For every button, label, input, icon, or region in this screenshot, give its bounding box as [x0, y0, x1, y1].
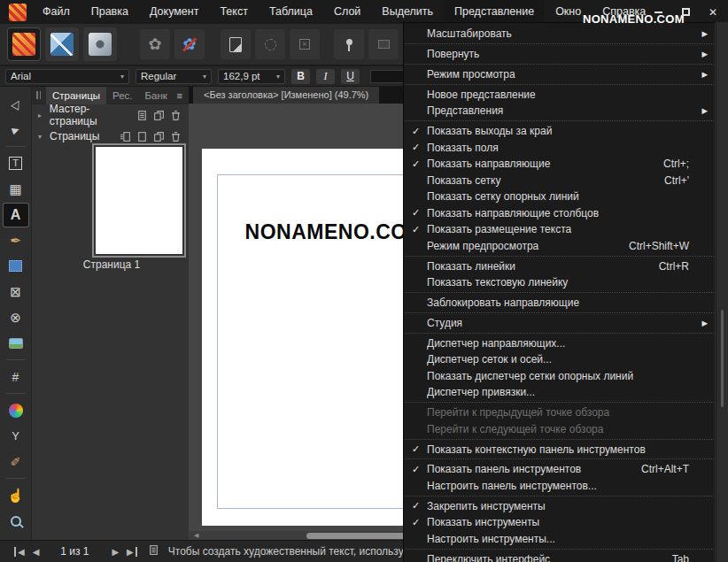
menubar-item-document[interactable]: Документ — [139, 0, 209, 24]
view-tool[interactable]: ☝ — [4, 484, 28, 507]
last-page-button[interactable]: ▶ — [127, 547, 137, 557]
rotation-button[interactable] — [255, 29, 285, 59]
menu-item[interactable]: Показать сетку опорных линий — [404, 189, 715, 205]
preview-page-button[interactable] — [221, 29, 251, 59]
italic-button[interactable]: I — [316, 69, 335, 84]
table-tool[interactable]: ▦ — [4, 178, 28, 201]
delete-page-icon[interactable] — [170, 131, 182, 142]
menubar-item-edit[interactable]: Правка — [81, 0, 139, 24]
flower-gray-button[interactable]: ✿ — [140, 29, 170, 59]
menu-item[interactable]: ✓Показать инструменты — [404, 514, 715, 531]
menu-item[interactable]: Диспетчер привязки... — [404, 384, 715, 401]
pages-row[interactable]: ▾ Страницы — [32, 126, 189, 147]
menu-item[interactable]: Студия▶ — [404, 315, 715, 332]
pin-button[interactable] — [334, 29, 364, 59]
scroll-left-icon[interactable]: ◀ — [194, 532, 198, 539]
menu-item[interactable]: ✓Показать размещение текста — [404, 221, 715, 238]
menubar-item-table[interactable]: Таблица — [259, 0, 323, 24]
minimize-button[interactable] — [652, 6, 664, 19]
tab-stock[interactable]: Банк — [139, 87, 174, 104]
delete-master-icon[interactable] — [170, 110, 182, 121]
menu-item[interactable]: ✓Показать панель инструментовCtrl+Alt+T — [404, 461, 715, 478]
tool-separator — [6, 146, 26, 147]
tab-pages[interactable]: Страницы — [46, 87, 106, 104]
disclosure-expanded-icon[interactable]: ▾ — [38, 133, 50, 141]
menu-item[interactable]: ✓Показать направляющиеCtrl+; — [404, 156, 715, 173]
first-page-button[interactable]: ◀ — [14, 547, 25, 557]
menu-item[interactable]: Диспетчер сеток и осей... — [404, 351, 715, 368]
font-family-select[interactable]: Arial ▾ — [5, 69, 129, 84]
menu-item[interactable]: ✓Показать поля — [404, 140, 715, 157]
add-page-icon[interactable] — [136, 131, 148, 142]
vector-crop-tool[interactable]: # — [4, 366, 28, 389]
node-tool[interactable]: ► — [4, 119, 28, 142]
zoom-tool[interactable] — [4, 510, 28, 533]
frame-text-tool[interactable]: T — [4, 152, 28, 175]
close-button[interactable]: ✕ — [707, 6, 719, 19]
insert-pages-icon[interactable] — [120, 131, 131, 142]
vertical-scrollbar-thumb[interactable] — [721, 310, 724, 407]
menu-item[interactable]: ✓Показать направляющие столбцов — [404, 205, 715, 222]
menubar-item-view[interactable]: Представление — [444, 0, 545, 24]
document-tab[interactable]: <Без заголовка> [Изменено] (49.7%) — [193, 87, 379, 104]
menubar-item-layer[interactable]: Слой — [323, 0, 371, 24]
menu-item[interactable]: Заблокировать направляющие — [404, 295, 715, 312]
scrollbar-thumb[interactable] — [306, 533, 406, 539]
page-list-icon[interactable] — [148, 544, 159, 558]
previous-page-button[interactable]: ◀ — [33, 547, 40, 557]
disclosure-collapsed-icon[interactable]: ▸ — [38, 112, 50, 119]
transparency-tool[interactable]: Y — [4, 425, 28, 448]
maximize-button[interactable] — [679, 6, 692, 19]
dashed-circle-icon — [265, 39, 276, 50]
designer-persona-button[interactable] — [45, 27, 79, 61]
fill-tool[interactable] — [4, 399, 28, 422]
menu-item[interactable]: ✓Показать контекстную панель инструменто… — [404, 441, 715, 458]
menu-item[interactable]: ✓Показать выходы за край — [404, 123, 715, 140]
next-page-button[interactable]: ▶ — [112, 547, 119, 557]
menu-item[interactable]: ✓Закрепить инструменты — [404, 498, 715, 515]
picture-frame-ellipse-tool[interactable]: ⊗ — [4, 306, 28, 329]
add-master-page-icon[interactable] — [136, 110, 148, 121]
master-pages-row[interactable]: ▸ Мастер-страницы — [32, 104, 189, 126]
menu-item[interactable]: Диспетчер направляющих... — [404, 335, 715, 352]
menubar-item-select[interactable]: Выделить — [371, 0, 444, 24]
color-picker-tool[interactable]: ✐ — [4, 450, 28, 473]
menu-item[interactable]: Переключить интерфейсTab — [404, 550, 715, 562]
tab-resources[interactable]: Рес. — [106, 87, 139, 104]
menubar-item-text[interactable]: Текст — [209, 0, 258, 24]
menu-item[interactable]: Режим предпросмотраCtrl+Shift+W — [404, 238, 715, 255]
frame-option-button[interactable]: ✕ — [290, 29, 320, 59]
menu-item[interactable]: Режим просмотра▶ — [404, 66, 715, 83]
duplicate-master-icon[interactable] — [153, 110, 165, 121]
duplicate-page-icon[interactable] — [153, 131, 165, 142]
panel-menu-icon[interactable]: ≡ — [177, 90, 182, 101]
menu-item[interactable]: Настроить панель инструментов... — [404, 478, 715, 495]
menu-item[interactable]: Показать линейкиCtrl+R — [404, 258, 715, 274]
menu-item[interactable]: Повернуть▶ — [404, 46, 715, 63]
menu-item[interactable]: Масштабировать▶ — [404, 26, 715, 42]
rectangle-tool[interactable] — [4, 255, 28, 278]
menu-item[interactable]: Представления▶ — [404, 103, 715, 119]
font-size-select[interactable]: 162,9 pt ▾ — [218, 69, 285, 84]
font-style-select[interactable]: Regular ▾ — [136, 69, 212, 84]
pen-tool[interactable]: ✒ — [4, 229, 28, 252]
menu-item[interactable]: Настроить инструменты... — [404, 531, 715, 548]
panel-grip-icon[interactable] — [36, 91, 41, 99]
flower-slash-button[interactable]: ✿ — [174, 29, 205, 59]
menu-item[interactable]: Новое представление — [404, 87, 715, 104]
artistic-text-tool[interactable]: A — [4, 204, 28, 227]
photo-persona-button[interactable] — [83, 27, 117, 61]
menu-item[interactable]: Показать текстовую линейку — [404, 274, 715, 291]
page-thumbnail[interactable] — [96, 147, 182, 254]
page-thumbnail-label: Страница 1 — [41, 258, 182, 271]
snapshot-button[interactable] — [368, 29, 399, 59]
move-tool[interactable]: ▷ — [4, 93, 28, 116]
menu-item[interactable]: Показать сеткуCtrl+' — [404, 173, 715, 189]
bold-button[interactable]: B — [291, 69, 310, 84]
underline-button[interactable]: U — [341, 69, 360, 84]
menu-item[interactable]: Показать диспетчер сетки опорных линий — [404, 368, 715, 385]
menubar-item-file[interactable]: Файл — [32, 0, 81, 24]
picture-frame-rect-tool[interactable]: ⊠ — [4, 281, 28, 304]
publisher-persona-button[interactable] — [7, 27, 41, 61]
place-image-tool[interactable] — [4, 332, 28, 355]
